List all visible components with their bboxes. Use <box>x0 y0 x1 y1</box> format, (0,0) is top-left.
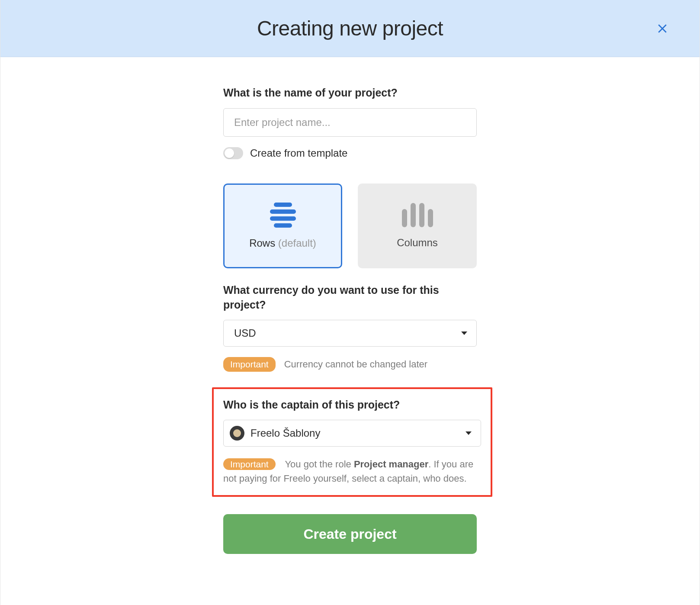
captain-select[interactable]: Freelo Šablony <box>223 420 481 447</box>
rows-icon <box>270 203 296 228</box>
view-option-columns[interactable]: Columns <box>358 183 477 268</box>
captain-highlight-box: Who is the captain of this project? Free… <box>212 387 492 497</box>
template-toggle[interactable] <box>223 147 243 159</box>
template-toggle-label: Create from template <box>250 147 347 159</box>
captain-note-row: Important You got the role Project manag… <box>223 457 481 486</box>
chevron-down-icon <box>466 431 472 435</box>
currency-label: What currency do you want to use for thi… <box>223 283 477 312</box>
currency-section: What currency do you want to use for thi… <box>223 283 477 372</box>
captain-select-wrap: Freelo Šablony <box>223 420 481 447</box>
view-options: Rows (default) Columns <box>223 183 477 268</box>
modal-title: Creating new project <box>257 16 443 40</box>
close-icon <box>656 22 669 35</box>
avatar <box>230 426 244 441</box>
captain-label: Who is the captain of this project? <box>223 398 481 412</box>
view-option-columns-label: Columns <box>397 237 438 249</box>
chevron-down-icon <box>461 331 467 335</box>
view-option-rows[interactable]: Rows (default) <box>223 183 342 268</box>
currency-value: USD <box>234 327 256 339</box>
currency-note: Currency cannot be changed later <box>284 357 427 371</box>
view-option-rows-label: Rows (default) <box>249 237 316 249</box>
create-project-modal: Creating new project What is the name of… <box>0 0 700 605</box>
close-button[interactable] <box>655 21 670 36</box>
important-badge: Important <box>223 458 276 470</box>
currency-note-row: Important Currency cannot be changed lat… <box>223 357 477 371</box>
modal-header: Creating new project <box>0 0 700 57</box>
project-name-label: What is the name of your project? <box>223 86 477 100</box>
currency-select[interactable]: USD <box>223 320 477 347</box>
project-name-input[interactable] <box>223 108 477 137</box>
template-toggle-row: Create from template <box>223 147 477 159</box>
currency-select-wrap: USD <box>223 320 477 347</box>
captain-value: Freelo Šablony <box>250 427 320 439</box>
toggle-knob <box>225 148 234 158</box>
form-area: What is the name of your project? Create… <box>223 57 477 554</box>
important-badge: Important <box>223 357 276 371</box>
create-project-button[interactable]: Create project <box>223 514 477 554</box>
columns-icon <box>402 203 433 227</box>
